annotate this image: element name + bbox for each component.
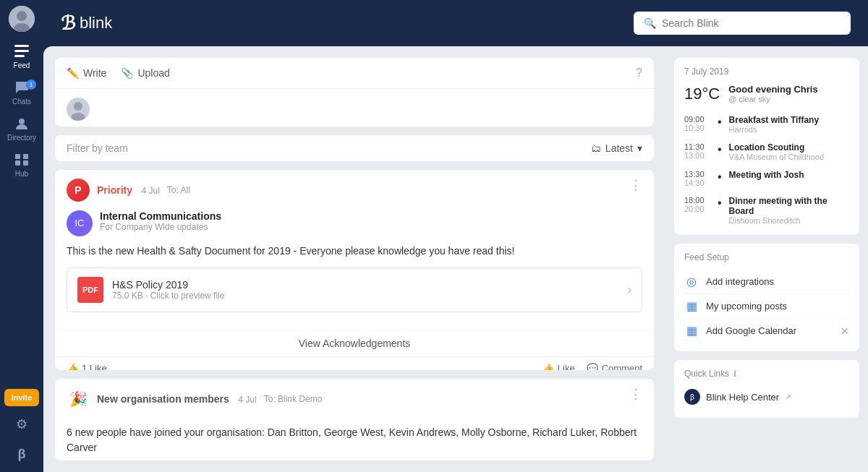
header: ℬ blink 🔍 [43, 0, 868, 46]
post-author-info: Internal Communications For Company Wide… [100, 210, 221, 232]
upload-icon: 📎 [121, 67, 133, 79]
cal-event-0: 09:00 10:30 • Breakfast with Tiffany Har… [674, 111, 859, 138]
post-channel-info-1: Priority 4 Jul [97, 184, 160, 197]
post-to-1: To: All [167, 185, 190, 195]
integrations-icon: ◎ [684, 275, 699, 288]
pdf-icon: PDF [77, 277, 103, 303]
post-meta-1: P Priority 4 Jul To: All [67, 179, 190, 202]
post-author-avatar: IC [67, 210, 93, 236]
filter-latest[interactable]: 🗂 Latest ▾ [591, 142, 642, 154]
svg-rect-10 [23, 160, 28, 166]
post-more-button-1[interactable]: ⋮ [629, 179, 642, 192]
cal-event-1: 11:30 13:00 • Location Scouting V&A Muse… [674, 138, 859, 166]
add-integrations-label: Add integrations [706, 276, 849, 287]
post-header-1: P Priority 4 Jul To: All ⋮ [55, 170, 654, 210]
quick-links-info-icon: ℹ [733, 369, 736, 379]
sidebar-item-label-directory: Directory [7, 134, 36, 142]
event-dot-0: • [718, 116, 722, 129]
external-link-icon: ↗ [785, 392, 791, 402]
sidebar-item-feed[interactable]: Feed [3, 40, 41, 74]
settings-icon: ⚙ [16, 416, 27, 432]
sidebar-item-blink-logo[interactable]: β [3, 442, 41, 466]
blink-help-center-item[interactable]: β Blink Help Center ↗ [684, 385, 849, 409]
post-meta-2: 🎉 New organisation members 4 Jul To: Bli… [67, 387, 322, 411]
write-button[interactable]: ✏️ Write [67, 67, 106, 79]
event-times-3: 18:00 20:00 [684, 196, 710, 213]
temperature: 19°C [684, 85, 720, 103]
close-icon[interactable]: ✕ [841, 325, 849, 337]
cal-event-3: 18:00 20:00 • Dinner meeting with the Bo… [674, 192, 859, 229]
post-header-2: 🎉 New organisation members 4 Jul To: Bli… [55, 379, 654, 419]
event-times-1: 11:30 13:00 [684, 142, 710, 160]
calendar-weather: 19°C Good evening Chris @ clear sky [674, 80, 859, 111]
comment-icon: 💬 [587, 363, 598, 370]
upload-button[interactable]: 📎 Upload [121, 67, 169, 79]
search-icon: 🔍 [644, 17, 656, 29]
weather-greeting: Good evening Chris [728, 84, 818, 95]
compose-box: ✏️ Write 📎 Upload ? [55, 58, 654, 126]
sidebar: Feed 1 Chats Directory Hub [0, 0, 43, 472]
search-input[interactable] [662, 17, 841, 29]
compose-actions: ✏️ Write 📎 Upload ? [55, 58, 654, 89]
event-details-3: Dinner meeting with the Board Dishoom Sh… [729, 196, 849, 225]
filter-team[interactable]: Filter by team [67, 142, 128, 154]
post-to-2: To: Blink Demo [264, 394, 323, 404]
logo: ℬ blink [61, 12, 112, 35]
feed-setup-card: Feed Setup ◎ Add integrations ▦ My upcom… [674, 244, 859, 351]
feed-setup-title: Feed Setup [684, 252, 849, 262]
avatar[interactable] [9, 6, 35, 32]
add-google-calendar-label: Add Google Calendar [706, 325, 833, 336]
quick-links-header: Quick Links ℹ [684, 369, 849, 379]
my-upcoming-posts-label: My upcoming posts [706, 301, 849, 312]
search-bar: 🔍 [634, 12, 851, 35]
svg-point-1 [17, 11, 27, 21]
compose-body [55, 89, 654, 126]
post-more-button-2[interactable]: ⋮ [629, 387, 642, 400]
sidebar-item-directory[interactable]: Directory [3, 113, 41, 146]
my-upcoming-posts-item[interactable]: ▦ My upcoming posts [684, 294, 849, 319]
quick-links-card: Quick Links ℹ β Blink Help Center ↗ [674, 360, 859, 418]
invite-button[interactable]: Invite [4, 389, 40, 406]
event-details-1: Location Scouting V&A Museum of Childhoo… [729, 142, 824, 161]
event-dot-3: • [718, 197, 722, 210]
post-card-2: 🎉 New organisation members 4 Jul To: Bli… [55, 379, 654, 460]
event-details-0: Breakfast with Tiffany Harrods [729, 115, 819, 134]
view-acknowledgements-button[interactable]: View Acknowledgements [55, 330, 654, 356]
logo-text: blink [80, 14, 112, 33]
post-actions: 👍 Like 💬 Comment [542, 363, 642, 370]
comment-button[interactable]: 💬 Comment [587, 363, 642, 370]
post-card-1: P Priority 4 Jul To: All ⋮ IC Internal C… [55, 170, 654, 371]
calendar-date: 7 July 2019 [674, 58, 859, 80]
post-author-name: Internal Communications [100, 210, 221, 222]
body-area: ✏️ Write 📎 Upload ? [43, 46, 868, 472]
post-channel-name-1: Priority [97, 184, 132, 196]
svg-rect-9 [15, 160, 20, 166]
post-author-card: IC Internal Communications For Company W… [67, 210, 642, 236]
post-author-subtitle: For Company Wide updates [100, 222, 221, 232]
sidebar-item-label-feed: Feed [14, 61, 30, 69]
add-google-calendar-item[interactable]: ▦ Add Google Calendar ✕ [684, 319, 849, 343]
blink-help-icon: β [684, 389, 700, 405]
post-text-2: 6 new people have joined your organisati… [67, 425, 642, 455]
sidebar-item-hub[interactable]: Hub [3, 149, 41, 182]
help-icon[interactable]: ? [636, 66, 642, 80]
like-button[interactable]: 👍 Like [542, 363, 575, 370]
sidebar-item-label-hub: Hub [15, 170, 28, 178]
sidebar-item-chats[interactable]: 1 Chats [3, 77, 41, 110]
sidebar-item-settings[interactable]: ⚙ [3, 412, 41, 437]
post-channel-name-2: New organisation members [97, 393, 229, 405]
event-times-0: 09:00 10:30 [684, 115, 710, 132]
directory-icon [14, 117, 29, 132]
post-body-2: 6 new people have joined your organisati… [55, 419, 654, 460]
sidebar-item-label-chats: Chats [12, 98, 31, 106]
post-attachment[interactable]: PDF H&S Policy 2019 75.0 KB · Click to p… [67, 267, 642, 312]
post-text-1: This is the new Health & Safty Document … [67, 244, 642, 259]
svg-rect-8 [23, 154, 28, 159]
post-channel-info-2: New organisation members 4 Jul [97, 392, 257, 406]
main-content: ℬ blink 🔍 ✏️ Write 📎 Upload [43, 0, 868, 472]
svg-rect-7 [15, 154, 20, 159]
filter-icon: 🗂 [591, 142, 601, 154]
post-body-1: IC Internal Communications For Company W… [55, 210, 654, 330]
post-channel-icon-2: 🎉 [67, 387, 90, 411]
add-integrations-item[interactable]: ◎ Add integrations [684, 270, 849, 294]
